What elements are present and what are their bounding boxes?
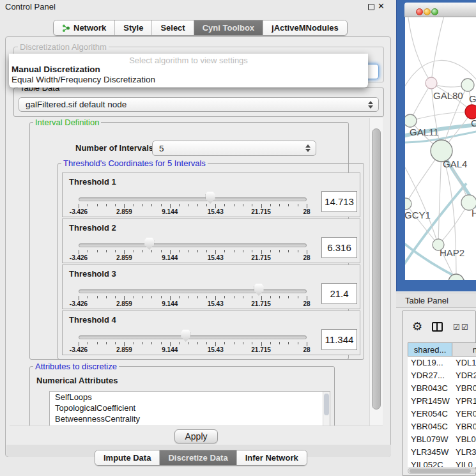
close-icon[interactable]: ✕ — [378, 1, 385, 11]
slider-track[interactable] — [79, 289, 307, 293]
tab-discretize-data[interactable]: Discretize Data — [160, 450, 236, 465]
slider-tick — [142, 342, 143, 344]
slider-tick — [124, 250, 125, 254]
slider-tick — [197, 296, 198, 298]
tab-jactivemnodules[interactable]: jActiveMNodules — [263, 20, 347, 35]
panel-scrollbar-thumb[interactable] — [372, 128, 381, 410]
table-row[interactable]: YLR345WYLR3 — [408, 446, 476, 459]
slider-tick-label: 28 — [303, 346, 310, 353]
gear-icon[interactable]: ⚙ — [412, 319, 422, 334]
slider-track[interactable] — [79, 197, 307, 201]
apply-button[interactable]: Apply — [174, 429, 218, 443]
slider-tick — [88, 296, 88, 298]
node-label: H — [472, 208, 476, 219]
table-row[interactable]: YDL19...YDL1 — [408, 357, 476, 369]
tab-impute-data[interactable]: Impute Data — [95, 450, 160, 465]
float-window-icon[interactable] — [368, 4, 374, 10]
minimize-traffic-light-icon[interactable] — [424, 8, 431, 15]
tab-style[interactable]: Style — [115, 20, 152, 35]
slider-tick — [115, 296, 116, 298]
tab-cyni-toolbox[interactable]: Cyni Toolbox — [194, 20, 263, 35]
node-gal80[interactable] — [426, 77, 437, 89]
table-row[interactable]: YPR145WYPR1 — [408, 395, 476, 408]
numerical-attributes-list[interactable]: SelfLoopsTopologicalCoefficientBetweenne… — [49, 391, 330, 426]
column-header[interactable]: na — [452, 342, 476, 357]
threshold-value-field[interactable]: 21.4 — [321, 283, 357, 304]
tab-infer-network[interactable]: Infer Network — [237, 450, 307, 465]
panel-scrollbar[interactable] — [369, 118, 383, 426]
network-graph: GAL80GCGAL11GAL4GCY1HHAP2 — [405, 17, 476, 280]
panel-title: Control Panel — [5, 2, 56, 12]
tab-label: Style — [123, 23, 143, 33]
node-gcy1[interactable] — [405, 198, 411, 210]
table-row[interactable]: YBR045CYBR0 — [408, 420, 476, 433]
slider-tick — [288, 204, 289, 206]
node-red[interactable] — [465, 105, 476, 119]
list-scrollbar-thumb[interactable] — [324, 394, 329, 415]
attribute-item[interactable]: BetweennessCentrality — [50, 413, 330, 424]
threshold-label: Threshold 4 — [69, 315, 116, 325]
slider-tick-label: 9.144 — [162, 254, 178, 261]
top-tab-bar: NetworkStyleSelectCyni ToolboxjActiveMNo… — [53, 20, 348, 36]
table-cell: YBR045C — [408, 420, 452, 433]
slider-thumb[interactable] — [144, 238, 154, 250]
slider-tick — [79, 342, 79, 346]
slider-tick — [307, 250, 307, 254]
table-row[interactable]: YBL079WYBL0 — [408, 433, 476, 446]
table-row[interactable]: YBR043CYBR0 — [408, 382, 476, 395]
close-traffic-light-icon[interactable] — [416, 8, 423, 15]
algorithm-option[interactable]: Manual Discretization — [9, 65, 368, 75]
slider-thumb[interactable] — [206, 192, 215, 204]
tab-select[interactable]: Select — [152, 20, 194, 35]
node-top-right[interactable] — [461, 79, 474, 91]
slider-tick — [197, 204, 198, 206]
table-row[interactable]: YDR27...YDR2 — [408, 369, 476, 382]
threshold-value-field[interactable]: 11.344 — [321, 329, 357, 350]
slider-tick — [134, 296, 134, 298]
threshold-value-field[interactable]: 6.316 — [321, 237, 357, 258]
table-row[interactable]: YIL052CYIL0 — [408, 459, 476, 467]
zoom-traffic-light-icon[interactable] — [431, 8, 438, 15]
slider-thumb[interactable] — [181, 330, 190, 342]
attribute-item[interactable]: TopologicalCoefficient — [50, 403, 330, 413]
algorithm-option[interactable]: Equal Width/Frequency Discretization — [9, 75, 368, 85]
apply-row: Apply — [10, 426, 383, 445]
slider-tick-label: 28 — [303, 300, 310, 307]
checkbox-icon[interactable]: ☑ — [453, 323, 460, 332]
slider-tick — [197, 342, 198, 344]
checkbox-icon[interactable]: ☑ — [461, 323, 468, 332]
table-row[interactable]: YER054CYER0 — [408, 408, 476, 420]
slider-thumb[interactable] — [254, 284, 264, 296]
threshold-value-field[interactable]: 14.713 — [321, 191, 357, 212]
slider-track[interactable] — [79, 243, 307, 247]
node-label: C — [471, 118, 476, 128]
slider-tick-label: 2.859 — [116, 300, 132, 307]
number-of-intervals-label: Number of Intervals — [75, 143, 153, 153]
slider-tick — [279, 342, 280, 344]
slider-tick — [270, 342, 271, 344]
number-of-intervals-combobox[interactable]: 5 — [152, 141, 316, 156]
slider-tick — [88, 250, 88, 252]
slider-tick — [97, 342, 98, 344]
attribute-item[interactable]: SelfLoops — [50, 392, 330, 403]
slider-tick — [307, 342, 307, 346]
network-window-titlebar[interactable] — [404, 3, 476, 17]
table-hscrollbar-thumb[interactable] — [410, 469, 471, 473]
tab-network[interactable]: Network — [54, 20, 115, 35]
table-data-combobox[interactable]: galFiltered.sif default node — [19, 97, 379, 112]
node-table[interactable]: shared...naYDL19...YDL1YDR27...YDR2YBR04… — [408, 342, 476, 467]
slider-tick — [307, 296, 307, 300]
slider-tick — [234, 342, 234, 344]
slider-track[interactable] — [79, 335, 307, 339]
network-canvas[interactable]: GAL80GCGAL11GAL4GCY1HHAP2 — [405, 17, 476, 280]
split-columns-icon[interactable] — [432, 322, 443, 332]
table-cell: YBR0 — [452, 382, 476, 395]
table-hscrollbar[interactable] — [408, 468, 476, 474]
column-header[interactable]: shared... — [408, 342, 452, 357]
list-scrollbar[interactable] — [323, 392, 330, 426]
slider-tick — [79, 250, 79, 254]
threshold-panel: Threshold 1-3.4262.8599.14415.4321.71528… — [62, 173, 360, 217]
slider-tick — [261, 296, 262, 300]
slider-tick-label: -3.426 — [70, 300, 88, 307]
node-gal11[interactable] — [405, 114, 417, 127]
